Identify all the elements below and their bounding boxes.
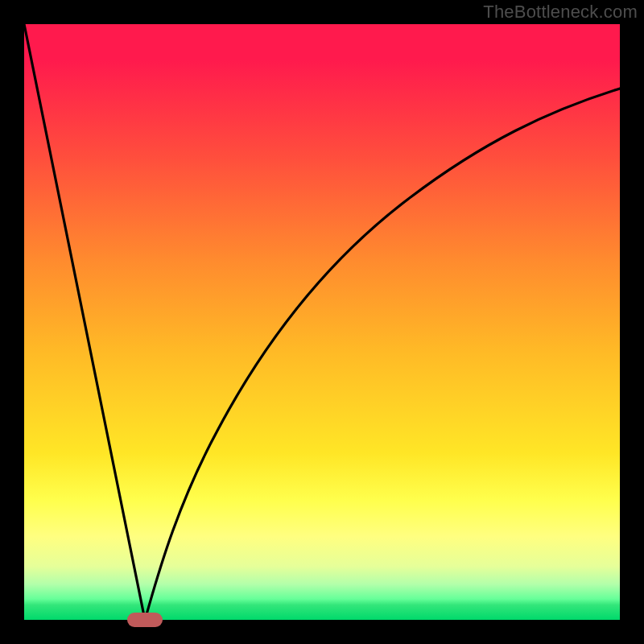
bottleneck-curve — [24, 24, 620, 620]
curve-path — [24, 24, 620, 620]
watermark-text: TheBottleneck.com — [483, 2, 638, 23]
optimal-marker — [127, 613, 163, 627]
chart-frame — [24, 24, 620, 620]
